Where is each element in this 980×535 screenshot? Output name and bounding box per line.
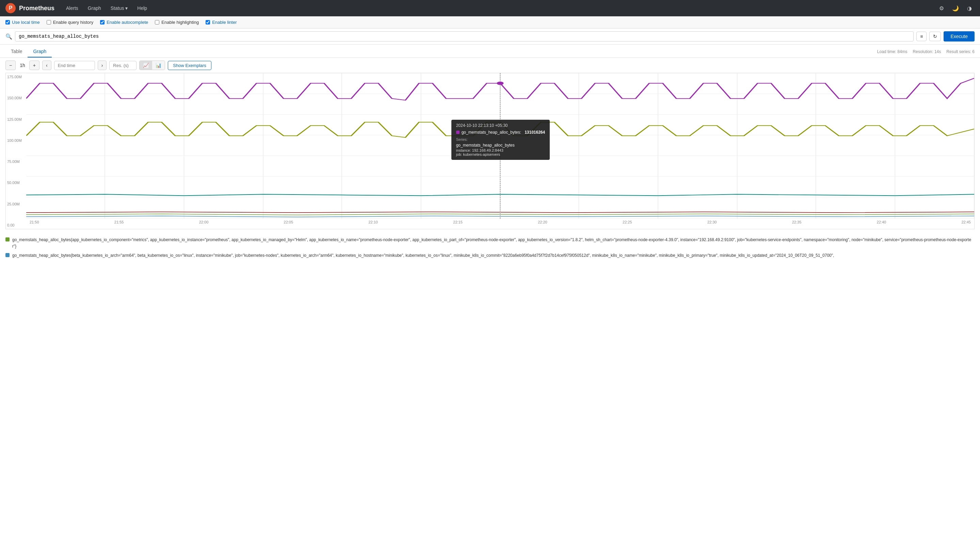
tabs-left: Table Graph (5, 46, 52, 57)
enable-highlighting-label[interactable]: Enable highlighting (155, 20, 199, 25)
chart-svg (26, 73, 974, 219)
navbar: P Prometheus Alerts Graph Status ▾ Help … (0, 0, 980, 16)
resolution: Resolution: 14s (913, 49, 941, 54)
enable-highlighting-text: Enable highlighting (161, 20, 199, 25)
execute-button[interactable]: Execute (943, 31, 975, 41)
legend-item-2: go_memstats_heap_alloc_bytes{beta_kubern… (5, 252, 975, 259)
tab-graph[interactable]: Graph (27, 46, 52, 57)
y-axis: 0.00 25.00M 50.00M 75.00M 100.00M 125.00… (6, 73, 26, 229)
settings-bar: Use local time Enable query history Enab… (0, 16, 980, 29)
nav-links: Alerts Graph Status ▾ Help (63, 3, 150, 13)
query-input[interactable] (15, 31, 914, 41)
theme-icon-btn[interactable]: 🌙 (949, 4, 962, 13)
chart-inner (26, 73, 974, 219)
tab-table[interactable]: Table (5, 46, 27, 57)
brand-name: Prometheus (19, 5, 54, 12)
enable-query-history-checkbox[interactable] (47, 20, 51, 24)
dark-mode-btn[interactable]: ◑ (964, 4, 975, 13)
zoom-out-button[interactable]: − (5, 60, 16, 70)
line-chart-btn[interactable]: 📈 (140, 61, 152, 70)
legend-area: go_memstats_heap_alloc_bytes{app_kuberne… (0, 233, 980, 266)
duration-label: 1h (18, 63, 27, 68)
enable-autocomplete-checkbox[interactable] (100, 20, 105, 24)
graph-toolbar: − 1h + ‹ › 📈 📊 Show Exemplars (0, 58, 980, 73)
navbar-icons: ⚙ 🌙 ◑ (936, 4, 975, 13)
enable-query-history-text: Enable query history (53, 20, 94, 25)
use-local-time-label[interactable]: Use local time (5, 20, 40, 25)
end-time-input[interactable] (54, 61, 95, 70)
load-time: Load time: 84ms (877, 49, 907, 54)
legend-text-1: go_memstats_heap_alloc_bytes{app_kuberne… (12, 237, 975, 250)
enable-linter-checkbox[interactable] (205, 20, 210, 24)
search-icon: 🔍 (5, 33, 12, 40)
svg-point-21 (497, 82, 504, 85)
chart-type-buttons: 📈 📊 (139, 60, 165, 70)
enable-autocomplete-text: Enable autocomplete (107, 20, 148, 25)
nav-status[interactable]: Status ▾ (107, 3, 131, 13)
enable-autocomplete-label[interactable]: Enable autocomplete (100, 20, 148, 25)
brand-icon: P (5, 3, 16, 13)
enable-query-history-label[interactable]: Enable query history (47, 20, 94, 25)
result-series: Result series: 6 (946, 49, 975, 54)
chart-container: 0.00 25.00M 50.00M 75.00M 100.00M 125.00… (5, 73, 975, 229)
refresh-button[interactable]: ↻ (929, 32, 941, 41)
stacked-chart-btn[interactable]: 📊 (152, 61, 165, 70)
search-bar: 🔍 ≡ ↻ Execute (0, 29, 980, 44)
next-time-button[interactable]: › (98, 60, 107, 70)
tabs-bar: Table Graph Load time: 84ms Resolution: … (0, 44, 980, 58)
tabs-meta: Load time: 84ms Resolution: 14s Result s… (877, 49, 975, 54)
nav-graph[interactable]: Graph (84, 3, 105, 13)
use-local-time-text: Use local time (12, 20, 40, 25)
zoom-in-button[interactable]: + (29, 60, 40, 70)
x-axis: 21:50 21:55 22:00 22:05 22:10 22:15 22:2… (26, 219, 974, 229)
use-local-time-checkbox[interactable] (5, 20, 10, 24)
nav-alerts[interactable]: Alerts (63, 3, 82, 13)
settings-icon-btn[interactable]: ⚙ (936, 4, 947, 13)
legend-item: go_memstats_heap_alloc_bytes{app_kuberne… (5, 237, 975, 250)
chart-area: 0.00 25.00M 50.00M 75.00M 100.00M 125.00… (0, 73, 980, 233)
enable-linter-text: Enable linter (212, 20, 237, 25)
enable-linter-label[interactable]: Enable linter (205, 20, 237, 25)
resolution-input[interactable] (109, 61, 137, 70)
format-button[interactable]: ≡ (916, 32, 927, 41)
legend-dot-2 (5, 253, 10, 257)
search-actions: ≡ ↻ Execute (916, 31, 975, 41)
nav-help[interactable]: Help (134, 3, 150, 13)
brand: P Prometheus (5, 3, 54, 13)
legend-dot-1 (5, 237, 10, 241)
prev-time-button[interactable]: ‹ (42, 60, 51, 70)
enable-highlighting-checkbox[interactable] (155, 20, 159, 24)
legend-text-2: go_memstats_heap_alloc_bytes{beta_kubern… (12, 252, 975, 259)
show-exemplars-button[interactable]: Show Exemplars (168, 61, 212, 70)
